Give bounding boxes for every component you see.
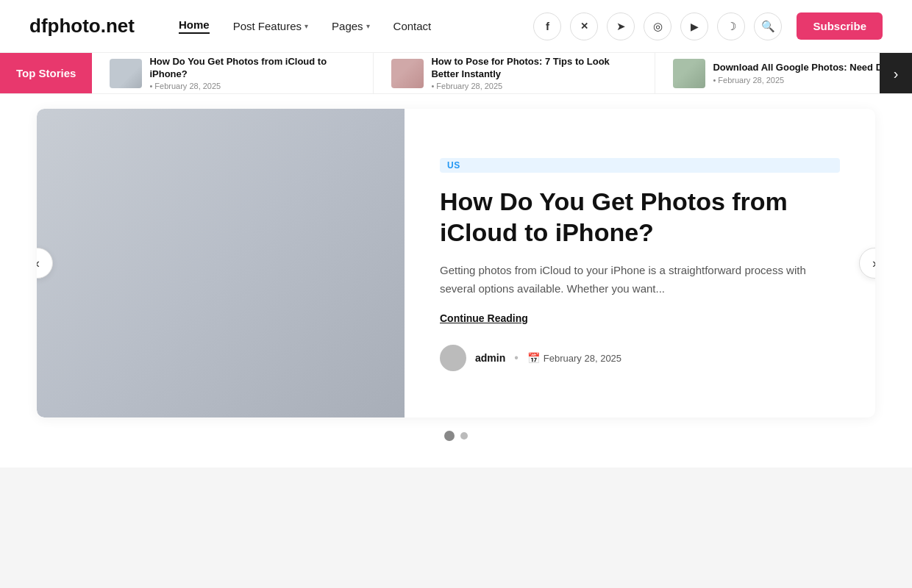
continue-reading-link[interactable]: Continue Reading	[440, 312, 840, 324]
author-name[interactable]: admin	[475, 352, 505, 364]
nav-social-icons: f ✕ ➤ ◎ ▶ ☽ 🔍 Subscribe	[533, 12, 883, 40]
list-item[interactable]: Download All Google Photos: Need Data...…	[655, 53, 880, 93]
page-body	[0, 467, 912, 535]
category-badge[interactable]: US	[440, 158, 840, 173]
date-text: February 28, 2025	[544, 353, 621, 364]
facebook-icon[interactable]: f	[533, 12, 561, 40]
carousel-dot-1[interactable]	[444, 431, 455, 441]
ticker-next-button[interactable]: ›	[880, 53, 912, 94]
ticker-label: Top Stories	[0, 53, 92, 93]
nav-post-features[interactable]: Post Features ▾	[233, 20, 308, 32]
publish-date: 📅 February 28, 2025	[527, 352, 621, 364]
hero-section: ‹ US How Do You Get Photos from iCloud t…	[0, 94, 912, 467]
ticker-date-3: • February 28, 2025	[713, 76, 880, 85]
dark-mode-toggle[interactable]: ☽	[717, 12, 745, 40]
carousel-dots	[37, 431, 875, 441]
ticker-thumb-1	[110, 59, 142, 88]
list-item[interactable]: How to Pose for Photos: 7 Tips to Look B…	[374, 53, 655, 93]
subscribe-button[interactable]: Subscribe	[797, 12, 883, 40]
chevron-down-icon: ▾	[366, 22, 370, 30]
list-item[interactable]: How Do You Get Photos from iCloud to iPh…	[92, 53, 374, 93]
nav-home[interactable]: Home	[179, 18, 210, 34]
search-button[interactable]: 🔍	[754, 12, 782, 40]
ticker-thumb-3	[673, 59, 705, 88]
hero-card: ‹ US How Do You Get Photos from iCloud t…	[37, 109, 875, 417]
telegram-icon[interactable]: ➤	[607, 12, 635, 40]
avatar	[440, 345, 466, 371]
hero-content: US How Do You Get Photos from iCloud to …	[405, 109, 875, 417]
chevron-down-icon: ▾	[304, 22, 308, 30]
twitter-x-icon[interactable]: ✕	[570, 12, 598, 40]
ticker-title-1: How Do You Get Photos from iCloud to iPh…	[149, 56, 355, 81]
hero-meta: admin • 📅 February 28, 2025	[440, 345, 840, 371]
ticker-content-1: How Do You Get Photos from iCloud to iPh…	[149, 56, 355, 91]
ticker-title-3: Download All Google Photos: Need Data...	[713, 62, 880, 74]
hero-excerpt: Getting photos from iCloud to your iPhon…	[440, 262, 840, 298]
ticker-thumb-2	[391, 59, 424, 88]
ticker-content-3: Download All Google Photos: Need Data...…	[713, 62, 880, 85]
ticker-items: How Do You Get Photos from iCloud to iPh…	[92, 53, 880, 93]
ticker-content-2: How to Pose for Photos: 7 Tips to Look B…	[431, 56, 637, 91]
ticker-date-2: • February 28, 2025	[431, 82, 637, 90]
nav-pages[interactable]: Pages ▾	[332, 20, 370, 32]
nav-links: Home Post Features ▾ Pages ▾ Contact	[179, 18, 534, 34]
site-logo[interactable]: dfphoto.net	[29, 15, 135, 37]
hero-image	[37, 109, 405, 417]
hero-title: How Do You Get Photos from iCloud to iPh…	[440, 186, 840, 248]
youtube-icon[interactable]: ▶	[680, 12, 708, 40]
carousel-dot-2[interactable]	[460, 432, 468, 440]
calendar-icon: 📅	[527, 352, 540, 364]
ticker-date-1: • February 28, 2025	[149, 82, 355, 90]
ticker-title-2: How to Pose for Photos: 7 Tips to Look B…	[431, 56, 637, 81]
navbar: dfphoto.net Home Post Features ▾ Pages ▾…	[0, 0, 912, 53]
ticker-bar: Top Stories How Do You Get Photos from i…	[0, 53, 912, 94]
separator: •	[514, 351, 519, 365]
nav-contact[interactable]: Contact	[393, 20, 432, 32]
instagram-icon[interactable]: ◎	[644, 12, 671, 40]
